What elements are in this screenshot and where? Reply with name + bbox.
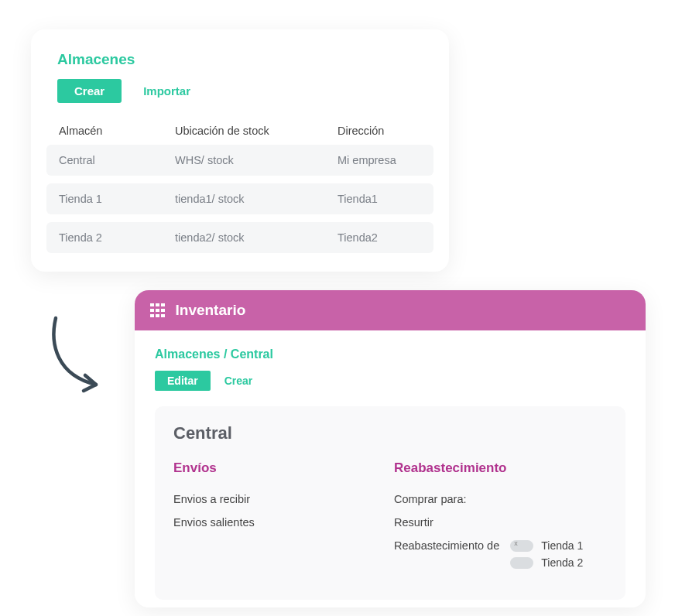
col-address: Dirección (338, 125, 421, 137)
resupply-heading: Reabastecimiento (394, 460, 607, 476)
shipments-heading: Envíos (173, 460, 386, 476)
page-title: Central (173, 423, 607, 443)
toggle-label: Tienda 2 (541, 556, 583, 569)
app-topbar: Inventario (135, 290, 646, 330)
cell-stock: tienda2/ stock (175, 231, 338, 244)
cell-address: Mi empresa (338, 154, 421, 166)
cell-stock: tienda1/ stock (175, 193, 338, 205)
create-button[interactable]: Crear (57, 79, 122, 103)
outgoing-shipments-label: Envios salientes (173, 516, 386, 529)
table-row[interactable]: Tienda 1 tienda1/ stock Tienda1 (46, 183, 433, 214)
cell-address: Tienda2 (338, 231, 421, 244)
app-name: Inventario (176, 302, 246, 319)
inventory-body: Almacenes / Central Editar Crear Central… (135, 330, 646, 607)
record-actions: Editar Crear (155, 371, 625, 391)
resupply-from-label: Reabastecimiento de (394, 539, 499, 552)
restock-label: Resurtir (394, 516, 607, 529)
arrow-icon (42, 313, 119, 399)
resupply-from-row: Reabastecimiento de Tienda 1 Tienda 2 (394, 539, 607, 569)
cell-name: Tienda 1 (59, 193, 175, 205)
warehouse-panel: Central Envíos Envios a recibir Envios s… (155, 406, 625, 600)
cell-address: Tienda1 (338, 193, 421, 205)
shipments-section: Envíos Envios a recibir Envios salientes (173, 460, 386, 580)
toggle-label: Tienda 1 (541, 539, 583, 552)
inventory-card: Inventario Almacenes / Central Editar Cr… (135, 290, 646, 607)
warehouses-actions: Crear Importar (57, 79, 433, 103)
edit-button[interactable]: Editar (155, 371, 211, 391)
apps-grid-icon[interactable] (150, 303, 165, 318)
resupply-section: Reabastecimiento Comprar para: Resurtir … (394, 460, 607, 580)
toggle-tienda-2[interactable] (510, 557, 533, 569)
col-warehouse: Almacén (59, 125, 175, 137)
table-header: Almacén Ubicación de stock Dirección (46, 125, 433, 145)
table-row[interactable]: Central WHS/ stock Mi empresa (46, 145, 433, 176)
table-row[interactable]: Tienda 2 tienda2/ stock Tienda2 (46, 222, 433, 253)
toggle-tienda-1[interactable] (510, 540, 533, 552)
incoming-shipments-label: Envios a recibir (173, 493, 386, 505)
cell-stock: WHS/ stock (175, 154, 338, 166)
import-link[interactable]: Importar (143, 84, 190, 98)
create-link[interactable]: Crear (224, 375, 253, 387)
col-stock: Ubicación de stock (175, 125, 338, 137)
resupply-option: Tienda 2 (510, 556, 583, 569)
warehouses-card: Almacenes Crear Importar Almacén Ubicaci… (31, 29, 449, 272)
warehouses-title: Almacenes (57, 51, 433, 68)
breadcrumb[interactable]: Almacenes / Central (155, 347, 625, 361)
cell-name: Tienda 2 (59, 231, 175, 244)
resupply-option: Tienda 1 (510, 539, 583, 552)
resupply-toggles: Tienda 1 Tienda 2 (510, 539, 583, 569)
buy-for-label: Comprar para: (394, 493, 607, 505)
cell-name: Central (59, 154, 175, 166)
